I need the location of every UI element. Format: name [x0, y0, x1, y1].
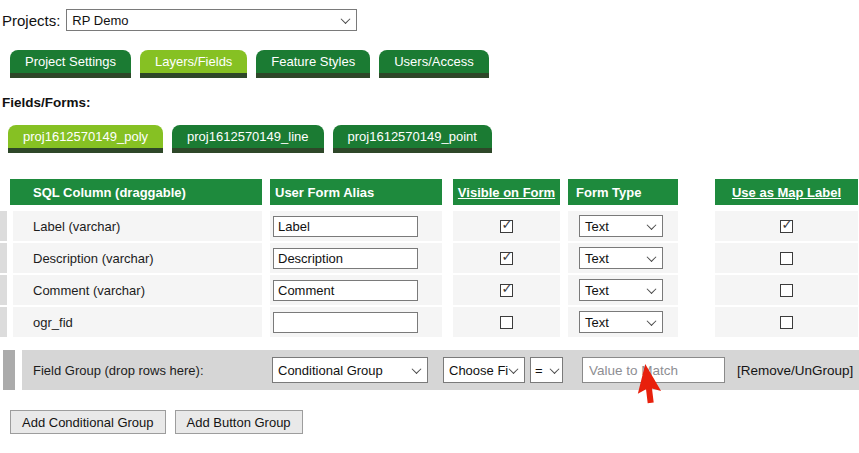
form-type-value: Text — [585, 251, 609, 266]
fields-forms-heading: Fields/Forms: — [2, 95, 91, 110]
tab-label: proj1612570149_line — [187, 129, 308, 144]
chevron-down-icon — [509, 364, 519, 374]
operator-select[interactable]: = — [530, 357, 563, 383]
alias-cell — [270, 243, 442, 273]
fields-forms-page: Projects: RP Demo Project Settings Layer… — [0, 0, 859, 453]
tab-layer-poly[interactable]: proj1612570149_poly — [8, 125, 163, 153]
field-group-row: Field Group (drop rows here): Conditiona… — [22, 350, 859, 390]
table-row-comment: Comment (varchar) Text — [13, 275, 858, 305]
visible-on-form-link[interactable]: Visible on Form — [458, 185, 555, 200]
layer-tabs: proj1612570149_poly proj1612570149_line … — [8, 125, 492, 153]
form-type-select[interactable]: Text — [579, 279, 663, 301]
main-tabs: Project Settings Layers/Fields Feature S… — [10, 50, 489, 78]
alias-cell — [270, 275, 442, 305]
visible-checkbox[interactable] — [500, 252, 513, 265]
use-as-map-label-link[interactable]: Use as Map Label — [732, 185, 841, 200]
chevron-down-icon — [550, 364, 560, 374]
choose-field-select[interactable]: Choose Fi — [443, 357, 525, 383]
projects-label: Projects: — [2, 12, 60, 29]
add-button-group-button[interactable]: Add Button Group — [175, 410, 303, 434]
tab-feature-styles[interactable]: Feature Styles — [256, 50, 370, 78]
form-type-value: Text — [585, 315, 609, 330]
tab-label: Project Settings — [25, 54, 116, 69]
map-label-checkbox[interactable] — [780, 252, 793, 265]
form-type-select[interactable]: Text — [579, 311, 663, 333]
alias-input[interactable] — [273, 280, 418, 301]
bottom-buttons: Add Conditional Group Add Button Group — [10, 410, 303, 434]
drag-handle[interactable] — [0, 243, 7, 273]
map-label-checkbox[interactable] — [780, 284, 793, 297]
drag-handle[interactable] — [0, 307, 7, 337]
alias-cell — [270, 211, 442, 241]
sql-column-cell[interactable]: Label (varchar) — [13, 211, 262, 241]
remove-ungroup-link[interactable]: [Remove/UnGroup] — [737, 350, 853, 390]
drag-handle[interactable] — [0, 211, 7, 241]
projects-row: Projects: RP Demo — [2, 9, 357, 31]
alias-input[interactable] — [273, 248, 418, 269]
operator-value: = — [535, 363, 543, 378]
tab-label: Users/Access — [394, 54, 473, 69]
tab-layers-fields[interactable]: Layers/Fields — [140, 50, 247, 78]
map-label-cell — [715, 211, 858, 241]
visible-cell — [453, 243, 560, 273]
chevron-down-icon — [647, 284, 657, 294]
visible-cell — [453, 275, 560, 305]
alias-input[interactable] — [273, 216, 418, 237]
sql-column-cell[interactable]: ogr_fid — [13, 307, 262, 337]
chevron-down-icon — [412, 364, 422, 374]
map-label-cell — [715, 307, 858, 337]
header-visible-on-form: Visible on Form — [453, 179, 560, 205]
header-sql-column: SQL Column (draggable) — [10, 179, 262, 205]
chevron-down-icon — [647, 252, 657, 262]
fields-table-rows: Label (varchar) Text Description (varcha… — [13, 211, 858, 339]
add-conditional-group-button[interactable]: Add Conditional Group — [10, 410, 166, 434]
chevron-down-icon — [341, 14, 351, 24]
sql-column-cell[interactable]: Description (varchar) — [13, 243, 262, 273]
form-type-cell: Text — [568, 243, 678, 273]
table-row-ogr-fid: ogr_fid Text — [13, 307, 858, 337]
visible-checkbox[interactable] — [500, 220, 513, 233]
form-type-value: Text — [585, 219, 609, 234]
visible-checkbox[interactable] — [500, 316, 513, 329]
value-to-match-input[interactable] — [582, 357, 725, 383]
tab-label: Layers/Fields — [155, 54, 232, 69]
tab-label: proj1612570149_poly — [23, 129, 148, 144]
tab-label: proj1612570149_point — [348, 129, 477, 144]
sql-column-cell[interactable]: Comment (varchar) — [13, 275, 262, 305]
table-row-label: Label (varchar) Text — [13, 211, 858, 241]
form-type-select[interactable]: Text — [579, 247, 663, 269]
form-type-cell: Text — [568, 307, 678, 337]
choose-field-value: Choose Fi — [449, 363, 508, 378]
map-label-checkbox[interactable] — [780, 316, 793, 329]
fields-table-header: SQL Column (draggable) User Form Alias V… — [10, 179, 858, 205]
visible-cell — [453, 211, 560, 241]
tab-users-access[interactable]: Users/Access — [379, 50, 488, 78]
row-drag-handles — [0, 211, 7, 339]
drag-handle[interactable] — [0, 275, 7, 305]
field-group-label: Field Group (drop rows here): — [33, 350, 204, 390]
map-label-cell — [715, 275, 858, 305]
tab-layer-line[interactable]: proj1612570149_line — [172, 125, 323, 153]
header-use-as-map-label: Use as Map Label — [715, 179, 858, 205]
group-type-value: Conditional Group — [278, 363, 383, 378]
chevron-down-icon — [647, 316, 657, 326]
visible-checkbox[interactable] — [500, 284, 513, 297]
map-label-checkbox[interactable] — [780, 220, 793, 233]
group-type-select[interactable]: Conditional Group — [272, 357, 428, 383]
group-drag-handle[interactable] — [3, 350, 15, 390]
projects-select[interactable]: RP Demo — [66, 9, 357, 31]
visible-cell — [453, 307, 560, 337]
form-type-cell: Text — [568, 211, 678, 241]
map-label-cell — [715, 243, 858, 273]
tab-label: Feature Styles — [271, 54, 355, 69]
form-type-select[interactable]: Text — [579, 215, 663, 237]
alias-cell — [270, 307, 442, 337]
form-type-cell: Text — [568, 275, 678, 305]
alias-input[interactable] — [273, 312, 418, 333]
tab-layer-point[interactable]: proj1612570149_point — [333, 125, 492, 153]
tab-project-settings[interactable]: Project Settings — [10, 50, 131, 78]
table-row-description: Description (varchar) Text — [13, 243, 858, 273]
chevron-down-icon — [647, 220, 657, 230]
header-form-type: Form Type — [568, 179, 678, 205]
form-type-value: Text — [585, 283, 609, 298]
